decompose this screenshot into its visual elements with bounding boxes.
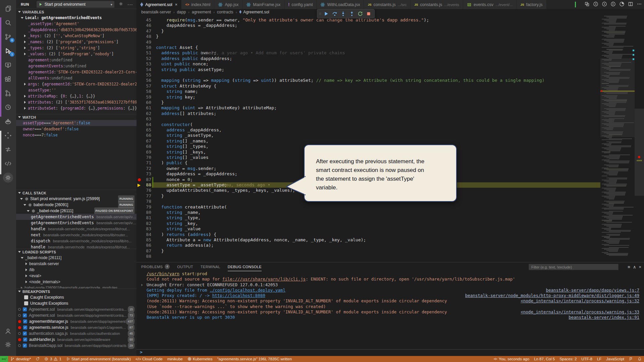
restart-button[interactable] [356, 10, 364, 18]
variable-row[interactable]: allEvents: undefined [16, 75, 137, 81]
line-number[interactable]: 60 [137, 100, 151, 105]
loaded-script-row[interactable]: /lib [16, 267, 137, 273]
activity-item-accounts[interactable] [0, 324, 16, 338]
line-number[interactable]: 72 [137, 166, 151, 171]
code-line-80[interactable]: 80 string _name, [137, 210, 600, 215]
more-actions-icon[interactable]: ··· [127, 2, 133, 7]
breakpoint-toggle-row[interactable]: Caught Exceptions [16, 294, 137, 300]
code-line-55[interactable]: 55 [137, 72, 600, 78]
line-number[interactable]: 76 [137, 188, 151, 193]
tab-config-yaml[interactable]: !config.yaml [284, 0, 317, 9]
status-file-written[interactable]: "agreements.service.js" 196L 7835C writt… [215, 356, 294, 362]
close-panel-icon[interactable]: × [639, 264, 641, 269]
activity-item-settings[interactable] [0, 338, 16, 351]
nav-circle-icon[interactable] [602, 1, 607, 8]
chevron-right-icon[interactable] [24, 35, 26, 37]
line-number[interactable]: 83 [137, 226, 151, 232]
breakpoint-row[interactable]: ✓Agreement.solbeanstalk-server/dapp/agre… [16, 306, 137, 312]
console-filter-input[interactable] [529, 264, 619, 270]
watch-header[interactable]: WATCH [16, 114, 137, 120]
line-number[interactable]: 84 [137, 232, 151, 237]
variable-row[interactable]: agreement: undefined [16, 57, 137, 63]
tab-mainframe-jsx[interactable]: MainFrame.jsx [243, 0, 284, 9]
status-encoding[interactable]: UTF-8 [579, 356, 595, 362]
status-gitlens-blame[interactable]: You, seconds ago [491, 356, 532, 362]
step-into-button[interactable] [339, 10, 347, 18]
line-number[interactable]: 61 [137, 105, 151, 111]
status-problems[interactable]: 31 [42, 356, 64, 362]
panel-tab-debug-console[interactable]: DEBUG CONSOLE [228, 262, 262, 271]
stop-button[interactable] [365, 10, 373, 18]
breadcrumb-item[interactable]: dapp [177, 10, 186, 14]
activity-item-pull-requests[interactable] [0, 86, 16, 100]
checkbox[interactable]: ✓ [23, 319, 27, 323]
status-cloud-code[interactable]: </> Cloud Code [133, 356, 165, 362]
scrollbar-slider[interactable] [635, 109, 644, 196]
breakpoint-row[interactable]: ✓BeanstalkDapp.solbeanstalk-server/dapp/… [16, 343, 137, 349]
overview-ruler[interactable] [635, 15, 644, 262]
breakpoint-row[interactable]: ✓agreements.service.jsbeanstalk-server/a… [16, 324, 137, 330]
status-kubernetes[interactable]: Kubernetes [185, 356, 215, 362]
status-indentation[interactable]: Spaces: 2 [557, 356, 579, 362]
line-number[interactable]: 58 [137, 89, 151, 94]
maximize-panel-icon[interactable]: ∧ [633, 264, 636, 269]
tab-app-jsx[interactable]: App.jsx [214, 0, 243, 9]
checkbox[interactable]: ✓ [23, 307, 27, 311]
activity-item-run-and-debug[interactable]: 1 [0, 44, 16, 58]
variable-row[interactable]: Local: getAgreementEnrichedEvents [16, 15, 137, 21]
code-line-86[interactable]: 86 return address(a); [137, 243, 600, 248]
status-cursor-position[interactable]: Ln 87, Col 5 [532, 356, 557, 362]
minimap[interactable] [600, 15, 635, 262]
line-number[interactable]: 64 [137, 122, 151, 127]
activity-item-docker[interactable] [0, 115, 16, 128]
timer-icon[interactable] [619, 1, 625, 8]
activity-item-api-tools[interactable] [0, 157, 16, 170]
line-number[interactable]: 81 [137, 215, 151, 221]
breadcrumb-item[interactable]: contracts [217, 10, 233, 14]
line-number[interactable]: 47 [137, 28, 151, 34]
code-line-56[interactable]: 56 mapping (string => mapping (string =>… [137, 78, 600, 83]
code-line-54[interactable]: 54 string public assetType; [137, 67, 600, 72]
code-editor[interactable]: 45 require(msg.sender == owner, "Only th… [137, 15, 600, 262]
breadcrumb-item[interactable]: agreement [192, 10, 211, 14]
line-number[interactable]: 51 [137, 50, 151, 56]
loaded-scripts-header[interactable]: LOADED SCRIPTS [16, 249, 137, 255]
step-out-button[interactable] [347, 10, 356, 18]
loaded-script-row[interactable]: <node_internals> [16, 279, 137, 285]
panel-tab-terminal[interactable]: TERMINAL [201, 262, 220, 271]
loaded-script-row[interactable]: beanstalk-server [16, 261, 137, 267]
panel-tab-problems[interactable]: PROBLEMS4 [141, 262, 170, 271]
status-notifications[interactable] [635, 356, 644, 362]
breadcrumb-item[interactable]: beanstalk-server [141, 10, 171, 14]
breakpoint-toggle-row[interactable]: Uncaught Exceptions [16, 300, 137, 306]
status-feedback[interactable] [627, 356, 635, 362]
loaded-script-row[interactable]: _babel-node [26111] [16, 255, 137, 261]
code-line-46[interactable]: 46 dappAddress = _dappAddress; [137, 23, 600, 28]
line-number[interactable]: 62 [137, 111, 151, 116]
status-git-branch[interactable]: develop* [8, 356, 33, 362]
chevron-down-icon[interactable] [21, 257, 23, 259]
chevron-right-icon[interactable] [25, 281, 27, 283]
activity-item-sync-arrows[interactable] [0, 143, 16, 156]
activity-item-cloud-code[interactable] [0, 129, 16, 142]
line-number[interactable]: 69 [137, 149, 151, 155]
status-language-mode[interactable]: JavaScript [604, 356, 627, 362]
line-number[interactable]: 86 [137, 243, 151, 248]
line-number[interactable]: 80 [137, 210, 151, 215]
line-number[interactable]: 87 [137, 248, 151, 254]
continue-button[interactable] [322, 10, 330, 18]
variable-row[interactable]: _keys: (2) ['', 'whoCanStopMeNow'] [16, 33, 137, 39]
status-minikube[interactable]: minikube [165, 356, 185, 362]
toolbar-grip-icon[interactable] [319, 12, 322, 15]
watch-row[interactable]: owner === 'deadbeef': false [16, 126, 137, 132]
code-line-81[interactable]: 81 string _type, [137, 215, 600, 221]
activity-item-gradle[interactable] [0, 171, 16, 184]
tab-events-csv[interactable]: events.csv.../event/... [463, 0, 517, 9]
variables-header[interactable]: VARIABLES [16, 9, 137, 15]
line-number[interactable]: 63 [137, 116, 151, 122]
close-icon[interactable]: × [175, 2, 178, 7]
status-eol[interactable]: LF [595, 356, 604, 362]
variable-row[interactable]: _types: (2) ['string', 'string'] [16, 45, 137, 51]
line-number[interactable]: 73 [137, 171, 151, 177]
callstack-frame[interactable]: nextbeanstalk-server/node_modules/expres… [16, 232, 137, 238]
